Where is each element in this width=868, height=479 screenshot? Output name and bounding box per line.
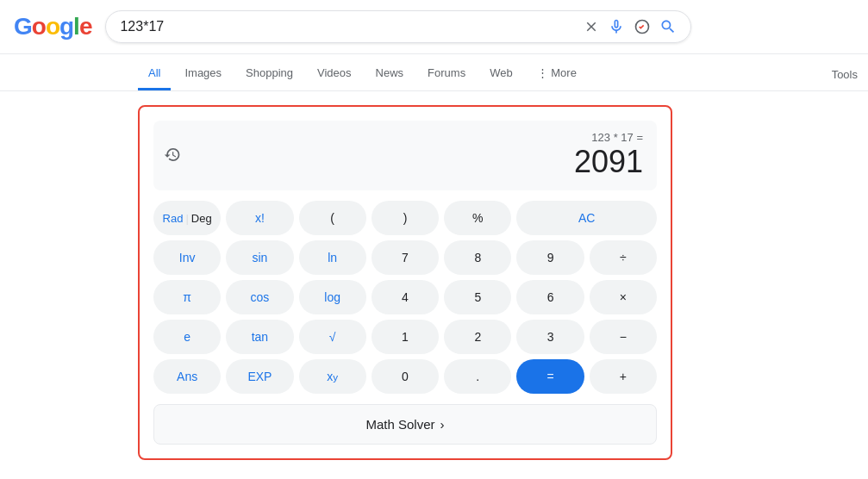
open-paren-button[interactable]: ( — [299, 201, 366, 235]
math-solver-arrow: › — [440, 417, 445, 432]
ans-button[interactable]: Ans — [153, 359, 221, 394]
logo-letter-g2: g — [59, 13, 73, 40]
search-button[interactable] — [659, 18, 677, 35]
divide-button[interactable]: ÷ — [590, 240, 657, 275]
power-button[interactable]: xy — [299, 359, 366, 394]
lens-button[interactable] — [634, 18, 651, 35]
equals-button[interactable]: = — [516, 359, 584, 394]
logo-letter-o1: o — [32, 13, 46, 40]
inv-button[interactable]: Inv — [153, 240, 221, 275]
nav-images[interactable]: Images — [174, 58, 232, 90]
history-icon — [164, 146, 181, 165]
voice-search-button[interactable] — [608, 18, 625, 35]
main-content: 123 * 17 = 2091 Rad | Deg x! ( ) % AC In… — [0, 91, 868, 474]
nav-forums[interactable]: Forums — [417, 58, 476, 90]
search-bar — [105, 10, 691, 43]
exp-button[interactable]: EXP — [226, 359, 293, 394]
clear-button[interactable] — [584, 19, 599, 34]
five-button[interactable]: 5 — [444, 280, 511, 314]
percent-button[interactable]: % — [444, 201, 511, 235]
seven-button[interactable]: 7 — [372, 240, 439, 275]
nav-web[interactable]: Web — [479, 58, 523, 90]
cos-button[interactable]: cos — [226, 280, 293, 314]
four-button[interactable]: 4 — [372, 280, 439, 314]
sin-button[interactable]: sin — [226, 240, 293, 275]
subtract-button[interactable]: − — [590, 320, 657, 354]
one-button[interactable]: 1 — [372, 320, 439, 354]
math-solver-label: Math Solver — [365, 417, 434, 432]
feedback-section: Feedback — [0, 474, 868, 479]
eight-button[interactable]: 8 — [444, 240, 511, 275]
add-button[interactable]: + — [590, 359, 657, 394]
ac-button[interactable]: AC — [516, 201, 657, 235]
calc-result: 2091 — [167, 144, 643, 180]
logo-letter-g: G — [14, 13, 32, 40]
zero-button[interactable]: 0 — [372, 359, 439, 394]
factorial-button[interactable]: x! — [226, 201, 293, 235]
three-button[interactable]: 3 — [516, 320, 584, 354]
euler-button[interactable]: e — [153, 320, 221, 354]
calc-display: 123 * 17 = 2091 — [153, 121, 657, 190]
logo-letter-e: e — [79, 13, 92, 40]
logo-letter-l: l — [73, 13, 79, 40]
calculator-widget: 123 * 17 = 2091 Rad | Deg x! ( ) % AC In… — [138, 105, 672, 460]
nav-more[interactable]: ⋮ More — [527, 58, 587, 90]
ln-button[interactable]: ln — [299, 240, 366, 275]
header: Google — [0, 0, 868, 54]
nav-videos[interactable]: Videos — [307, 58, 362, 90]
rad-deg-button[interactable]: Rad | Deg — [153, 201, 221, 235]
tan-button[interactable]: tan — [226, 320, 293, 354]
math-solver-section: Math Solver › — [153, 404, 657, 445]
sqrt-button[interactable]: √ — [299, 320, 366, 354]
multiply-button[interactable]: × — [590, 280, 657, 314]
six-button[interactable]: 6 — [516, 280, 584, 314]
search-input[interactable] — [120, 19, 577, 34]
decimal-button[interactable]: . — [444, 359, 511, 394]
calc-grid: Rad | Deg x! ( ) % AC Inv sin ln 7 8 9 ÷… — [153, 201, 657, 394]
logo-letter-o2: o — [46, 13, 59, 40]
google-logo: Google — [14, 13, 91, 40]
calc-expression: 123 * 17 = — [167, 131, 643, 144]
nav-all[interactable]: All — [138, 58, 171, 90]
nav-news[interactable]: News — [365, 58, 415, 90]
nav-bar: All Images Shopping Videos News Forums W… — [0, 54, 868, 91]
search-icons — [584, 18, 677, 35]
math-solver-button[interactable]: Math Solver › — [153, 404, 657, 445]
two-button[interactable]: 2 — [444, 320, 511, 354]
pi-button[interactable]: π — [153, 280, 221, 314]
nav-shopping[interactable]: Shopping — [235, 58, 303, 90]
nine-button[interactable]: 9 — [516, 240, 584, 275]
close-paren-button[interactable]: ) — [372, 201, 439, 235]
log-button[interactable]: log — [299, 280, 366, 314]
nav-tools[interactable]: Tools — [821, 59, 868, 90]
